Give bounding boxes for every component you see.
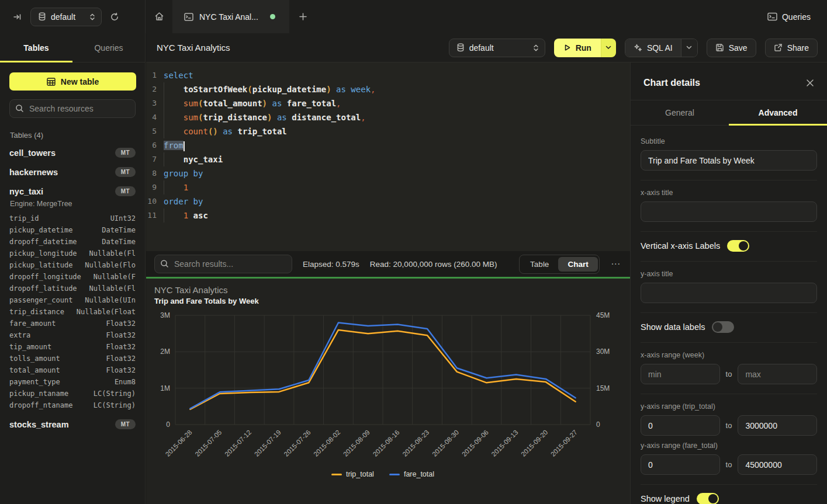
line-code: group by (164, 166, 203, 180)
code-token: as (336, 85, 346, 94)
yaxis-range-trip-row: to (641, 415, 817, 436)
new-table-button[interactable]: New table (9, 72, 136, 91)
chart-view-tab[interactable]: Chart (558, 257, 597, 272)
sidebar-tab-bar: Tables Queries (0, 33, 146, 62)
column-name: dropoff_datetime (9, 236, 77, 248)
column-type: DateTime (102, 224, 136, 236)
column-type: Nullable(Fl (89, 283, 136, 294)
queries-label: Queries (782, 12, 811, 22)
results-view-toggle: Table Chart (519, 255, 600, 274)
yaxis-range-fare-max-input[interactable] (738, 454, 817, 475)
show-data-labels-toggle[interactable] (712, 321, 734, 333)
code-token (218, 127, 223, 136)
code-token (164, 127, 184, 136)
chart-title: NYC Taxi Analytics (154, 285, 228, 295)
database-selector-top[interactable]: default (30, 8, 102, 26)
yaxis-title-input[interactable] (641, 283, 817, 303)
save-button[interactable]: Save (707, 39, 756, 57)
code-token: asc (193, 211, 208, 220)
line-code: from (164, 138, 185, 152)
share-button[interactable]: Share (765, 39, 818, 57)
yaxis-range-trip-label: y-axis range (trip_total) (641, 402, 817, 411)
code-token: select (164, 71, 193, 80)
tables-list: cell_towersMThackernewsMTnyc_taxiMTEngin… (9, 143, 136, 434)
engine-detail: Engine: MergeTree (10, 200, 136, 208)
code-line: 7 nyc_taxi (146, 152, 630, 166)
table-row[interactable]: stocks_streamMT (9, 415, 136, 434)
legend-swatch (331, 474, 342, 475)
engine-badge: MT (115, 186, 136, 196)
code-token (188, 211, 193, 220)
sql-ai-caret[interactable] (681, 39, 697, 57)
table-row[interactable]: cell_towersMT (9, 143, 136, 162)
vertical-xaxis-labels-toggle[interactable] (727, 240, 749, 252)
column-row: passenger_countNullable(UIn (9, 294, 136, 306)
column-type: LC(String) (94, 399, 136, 411)
code-token: 1 (184, 183, 188, 192)
legend-swatch (389, 474, 400, 475)
x-axis-label: 2015-09-20 (520, 429, 549, 458)
yaxis-range-trip-max-input[interactable] (738, 415, 817, 436)
code-token: , (336, 99, 341, 108)
table-view-tab[interactable]: Table (521, 257, 558, 272)
yaxis-range-trip-min-input[interactable] (641, 415, 720, 436)
left-axis-tick: 2M (160, 347, 170, 356)
search-icon (160, 259, 169, 268)
column-row: fare_amountFloat32 (9, 318, 136, 329)
table-row[interactable]: nyc_taxiMT (9, 182, 136, 201)
column-row: payment_typeEnum8 (9, 376, 136, 388)
database-selector-toolbar[interactable]: default (449, 39, 545, 57)
legend-item-trip_total[interactable]: trip_total (331, 470, 374, 478)
left-axis-tick: 0 (166, 420, 170, 429)
tab-nyc-taxi-analytics[interactable]: NYC Taxi Anal... (172, 0, 289, 33)
xaxis-title-input[interactable] (641, 201, 817, 222)
sql-ai-button[interactable]: SQL AI (625, 39, 681, 57)
legend-item-fare_total[interactable]: fare_total (389, 470, 434, 478)
close-icon[interactable] (806, 79, 814, 87)
table-name: nyc_taxi (9, 187, 43, 196)
new-tab-button[interactable] (289, 0, 316, 33)
unsaved-changes-dot (270, 14, 275, 19)
resource-search (9, 99, 136, 118)
sidebar-tab-queries[interactable]: Queries (72, 33, 145, 62)
panel-tab-general[interactable]: General (631, 100, 729, 125)
code-token: week (351, 85, 371, 94)
code-line: 10order by (146, 194, 630, 208)
results-search-input[interactable] (154, 255, 292, 273)
code-token: fare_total (287, 99, 336, 108)
column-type: DateTime (102, 236, 136, 248)
column-type: Float32 (106, 341, 136, 353)
refresh-icon[interactable] (110, 12, 119, 22)
x-axis-label: 2015-09-27 (549, 429, 579, 458)
collapse-sidebar-icon[interactable] (13, 12, 22, 22)
yaxis-range-fare-min-input[interactable] (641, 454, 720, 475)
sql-editor[interactable]: 1select2 toStartOfWeek(pickup_datetime) … (146, 62, 630, 251)
more-options-button[interactable]: ... (610, 256, 622, 272)
run-options-caret[interactable] (601, 39, 616, 57)
queries-button[interactable]: Queries (767, 0, 827, 33)
engine-badge: MT (115, 419, 136, 429)
column-row: pickup_latitudeNullable(Flo (9, 259, 136, 271)
topbar-left: default (0, 0, 146, 33)
resource-search-input[interactable] (9, 99, 136, 118)
code-token: 1 (184, 211, 188, 220)
table-row[interactable]: hackernewsMT (9, 162, 136, 182)
table-name: stocks_stream (9, 420, 69, 429)
column-row: trip_idUInt32 (9, 213, 136, 224)
show-legend-toggle[interactable] (697, 493, 719, 504)
xaxis-range-max-input[interactable] (738, 364, 817, 384)
yaxis-range-fare-row: to (641, 454, 817, 475)
column-type: Nullable(Fl (89, 248, 136, 259)
legend-label: trip_total (346, 470, 374, 478)
table-name: hackernews (9, 168, 58, 177)
line-number: 6 (146, 138, 164, 152)
xaxis-range-min-input[interactable] (641, 364, 720, 384)
panel-tab-advanced[interactable]: Advanced (729, 100, 827, 125)
subtitle-input[interactable] (641, 150, 817, 171)
column-name: dropoff_longitude (9, 271, 81, 283)
code-token: sum (184, 99, 198, 108)
x-axis-label: 2015-09-06 (461, 429, 490, 458)
run-button[interactable]: Run (554, 39, 601, 57)
home-button[interactable] (146, 0, 172, 33)
sidebar-tab-tables[interactable]: Tables (0, 33, 72, 62)
